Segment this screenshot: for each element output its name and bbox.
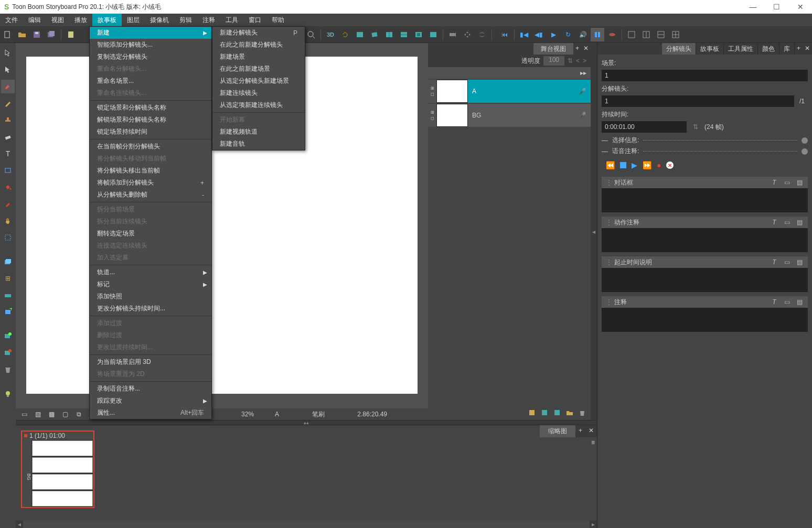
3d-toggle-icon[interactable]: 3D bbox=[324, 28, 337, 41]
menu-工具[interactable]: 工具 bbox=[220, 14, 243, 26]
zoom-in-icon[interactable] bbox=[304, 28, 318, 41]
menu-注释[interactable]: 注释 bbox=[197, 14, 220, 26]
menu-摄像机[interactable]: 摄像机 bbox=[145, 14, 174, 26]
close-button[interactable]: ✕ bbox=[788, 0, 812, 14]
new-file-icon[interactable] bbox=[1, 28, 14, 41]
menu-item[interactable]: 将分解镜头移出当前帧 bbox=[90, 165, 211, 177]
layer-action-1-icon[interactable] bbox=[528, 408, 536, 418]
rectangle-tool-icon[interactable] bbox=[1, 164, 15, 177]
brush-tool-icon[interactable] bbox=[1, 80, 15, 93]
layer-action-3-icon[interactable] bbox=[553, 408, 561, 418]
layer-action-4-icon[interactable] bbox=[565, 408, 574, 418]
minimize-button[interactable]: — bbox=[741, 0, 765, 14]
scene-input[interactable] bbox=[602, 70, 808, 81]
transform-tool-icon[interactable] bbox=[1, 63, 15, 77]
layout-2-icon[interactable] bbox=[639, 28, 653, 41]
caption-header[interactable]: ⋮⋮对话框T▭▤ bbox=[602, 177, 808, 188]
menu-item[interactable]: 解锁场景和分解镜头名称 bbox=[90, 114, 211, 126]
trash-icon[interactable] bbox=[1, 363, 15, 376]
caption-header[interactable]: ⋮⋮注释T▭▤ bbox=[602, 296, 808, 308]
thumbnail-frame[interactable]: 1 (1/1) 01:00 BG bbox=[21, 430, 94, 508]
play-prev-icon[interactable]: ▮◀ bbox=[517, 28, 531, 41]
thumbnail-cell[interactable] bbox=[32, 440, 93, 456]
panel-2-icon[interactable] bbox=[368, 28, 381, 41]
delete-recording-icon[interactable]: ✕ bbox=[666, 161, 674, 169]
layer-row[interactable]: ⊞◻BG🎤 bbox=[428, 104, 591, 127]
layout-1-icon[interactable] bbox=[625, 28, 638, 41]
snap-tool-icon[interactable]: ⊞ bbox=[1, 272, 15, 285]
save-all-icon[interactable] bbox=[45, 28, 58, 41]
refresh-icon[interactable] bbox=[338, 28, 352, 41]
bucket-tool-icon[interactable] bbox=[1, 180, 15, 194]
thumbnail-tab[interactable]: 缩略图 bbox=[540, 425, 575, 437]
layers-tab[interactable]: 舞台视图 bbox=[533, 43, 573, 55]
voice-annotation-knob[interactable] bbox=[802, 148, 808, 155]
menu-帮助[interactable]: 帮助 bbox=[266, 14, 290, 26]
layer-tool-1-icon[interactable] bbox=[1, 255, 15, 268]
save-icon[interactable] bbox=[30, 28, 44, 41]
right-tab[interactable]: 颜色 bbox=[758, 43, 779, 55]
eraser-tool-icon[interactable] bbox=[1, 130, 15, 144]
thumbnail-add-tab-icon[interactable]: + bbox=[575, 425, 585, 437]
status-icon-3[interactable]: ▩ bbox=[47, 410, 56, 418]
play-sound-icon[interactable]: 🔊 bbox=[576, 28, 590, 41]
open-folder-icon[interactable] bbox=[15, 28, 29, 41]
right-tab[interactable]: 工具属性 bbox=[724, 43, 758, 55]
menu-播放[interactable]: 播放 bbox=[69, 14, 92, 26]
scripts-icon[interactable] bbox=[64, 28, 78, 41]
menu-item[interactable]: 新建视频轨道 bbox=[212, 126, 305, 138]
thumbnail-menu-icon[interactable]: ≡ bbox=[591, 439, 595, 446]
menu-视图[interactable]: 视图 bbox=[46, 14, 69, 26]
menu-item[interactable]: 从选定分解镜头新建场景 bbox=[212, 75, 305, 87]
menu-item[interactable]: 跟踪更改▶ bbox=[90, 395, 211, 407]
layer-trash-icon[interactable] bbox=[578, 408, 586, 418]
menu-item[interactable]: 添加快照 bbox=[90, 290, 211, 303]
menu-item[interactable]: 将帧添加到分解镜头+ bbox=[90, 177, 211, 189]
menu-item[interactable]: 智能添加分解镜头... bbox=[90, 39, 211, 51]
stamp-tool-icon[interactable] bbox=[1, 113, 15, 127]
menu-item[interactable]: 从分解镜头删除帧- bbox=[90, 189, 211, 201]
panel-1-icon[interactable] bbox=[353, 28, 367, 41]
transparency-value[interactable]: 100 bbox=[543, 56, 564, 66]
right-add-tab-icon[interactable]: + bbox=[795, 43, 803, 55]
caption-text-icon[interactable]: T bbox=[770, 298, 778, 306]
menu-item[interactable]: 复制选定分解镜头 bbox=[90, 51, 211, 63]
hscroll-track[interactable] bbox=[23, 521, 590, 528]
duration-input[interactable] bbox=[602, 121, 687, 133]
play-first-icon[interactable]: ⏮ bbox=[498, 28, 511, 41]
menu-item[interactable]: 新建音轨 bbox=[212, 138, 305, 150]
layers-expand-icon[interactable]: ▸▸ bbox=[580, 69, 586, 77]
caption-text-icon[interactable]: T bbox=[770, 179, 778, 186]
caption-text-icon[interactable]: T bbox=[770, 258, 778, 266]
transparency-stepper-icon[interactable]: ⇅ bbox=[568, 57, 573, 64]
panel-6-icon[interactable] bbox=[426, 28, 440, 41]
layer-action-2-icon[interactable] bbox=[540, 408, 549, 418]
menu-item[interactable]: 锁定场景持续时间 bbox=[90, 126, 211, 138]
select-tool-icon[interactable] bbox=[1, 46, 15, 60]
layer-visibility-icon[interactable]: ⊞◻ bbox=[428, 80, 436, 103]
transparency-prev-icon[interactable]: < bbox=[576, 57, 580, 64]
timeline-collapse-bar[interactable]: ▴▴ bbox=[16, 420, 597, 425]
menu-item[interactable]: 翻转选定场景 bbox=[90, 228, 211, 240]
menu-故事板[interactable]: 故事板 bbox=[92, 14, 122, 26]
menu-窗口[interactable]: 窗口 bbox=[243, 14, 266, 26]
play-icon[interactable]: ▶ bbox=[632, 161, 637, 169]
layer-mic-icon[interactable]: 🎤 bbox=[579, 88, 586, 95]
caption-body[interactable] bbox=[602, 188, 808, 212]
hscroll-left-icon[interactable]: ◂ bbox=[16, 521, 23, 528]
layout-3-icon[interactable] bbox=[654, 28, 668, 41]
thumbnail-cell[interactable] bbox=[32, 457, 93, 473]
menu-item[interactable]: 重命名场景... bbox=[90, 75, 211, 87]
menu-item[interactable]: 在当前帧分割分解镜头 bbox=[90, 141, 211, 153]
layer-row[interactable]: ⊞◻A🎤 bbox=[428, 80, 591, 103]
caption-menu-icon[interactable]: ▤ bbox=[795, 298, 804, 306]
status-icon-1[interactable]: ▭ bbox=[20, 410, 28, 418]
panel-5-icon[interactable] bbox=[412, 28, 425, 41]
caption-menu-icon[interactable]: ▤ bbox=[795, 219, 804, 226]
menu-item[interactable]: 在此之前新建分解镜头 bbox=[212, 39, 305, 51]
status-icon-4[interactable]: ▢ bbox=[61, 410, 69, 418]
menu-剪辑[interactable]: 剪辑 bbox=[174, 14, 197, 26]
thumbnail-close-tab-icon[interactable]: ✕ bbox=[585, 425, 597, 437]
menu-item[interactable]: 录制语音注释... bbox=[90, 383, 211, 395]
layer-visibility-icon[interactable]: ⊞◻ bbox=[428, 104, 436, 127]
